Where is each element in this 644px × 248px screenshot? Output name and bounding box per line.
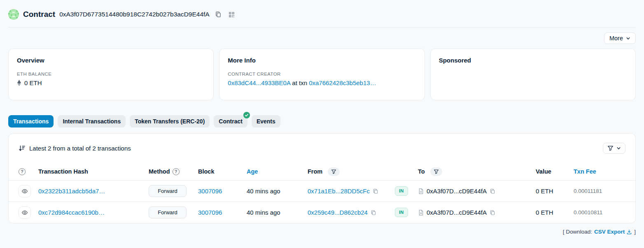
page: Contract 0xA3f07D6773514480b918C2742b027… <box>0 0 644 235</box>
more-dropdown-button[interactable]: More <box>604 32 636 44</box>
csv-export-link[interactable]: CSV Export <box>594 229 632 235</box>
tab-contract[interactable]: Contract <box>214 115 247 127</box>
row-preview-cell <box>19 206 38 219</box>
tab-events[interactable]: Events <box>252 115 280 127</box>
page-title: Contract <box>23 10 55 19</box>
tx-hash-link[interactable]: 0xc72d984ccac6190b… <box>38 209 105 216</box>
eth-balance-row: 0 ETH <box>17 79 205 86</box>
header-from-label: From <box>308 168 322 175</box>
copy-icon <box>490 188 495 194</box>
sort-descending-icon <box>19 145 26 152</box>
copy-from-button[interactable] <box>372 188 379 195</box>
funnel-icon <box>434 169 439 174</box>
header-to: To <box>418 167 536 176</box>
funnel-icon <box>331 169 336 174</box>
contract-identicon <box>8 9 19 20</box>
csv-export-label: CSV Export <box>594 229 625 235</box>
tab-contract-label: Contract <box>219 118 243 125</box>
header-help: ? <box>19 168 38 175</box>
table-summary: Latest 2 from a total of 2 transactions <box>19 145 131 152</box>
chevron-down-icon <box>626 36 630 41</box>
contract-address: 0xA3f07D6773514480b918C2742b027b3acD9E44… <box>59 11 210 18</box>
block-link[interactable]: 3007096 <box>198 209 222 216</box>
copy-icon <box>215 11 222 18</box>
block-link[interactable]: 3007096 <box>198 188 222 195</box>
table-summary-text: Latest 2 from a total of 2 transactions <box>29 145 131 152</box>
overview-card: Overview ETH BALANCE 0 ETH <box>8 49 214 100</box>
verified-check-icon <box>243 112 250 118</box>
header-method: Method ? <box>149 168 198 175</box>
ethereum-icon <box>17 79 21 86</box>
summary-cards: Overview ETH BALANCE 0 ETH More Info CON… <box>8 49 636 100</box>
actions-row: More <box>8 28 636 49</box>
tab-internal-transactions[interactable]: Internal Transactions <box>58 115 126 127</box>
contract-creator-label: CONTRACT CREATOR <box>228 72 416 76</box>
to-address-text: 0xA3f07D...cD9E44fA <box>427 209 487 216</box>
contract-file-icon <box>418 188 424 195</box>
tab-token-transfers[interactable]: Token Transfers (ERC-20) <box>130 115 210 127</box>
more-info-card: More Info CONTRACT CREATOR 0x83dC44...49… <box>219 49 425 100</box>
header-method-label: Method <box>149 168 170 175</box>
at-txn-text: at txn <box>292 79 307 86</box>
qr-code-button[interactable] <box>227 10 236 19</box>
from-address-link[interactable]: 0x71a1Eb...28DD5cFc <box>308 188 370 195</box>
eye-icon <box>21 209 28 216</box>
header-from: From <box>308 167 395 176</box>
age-text: 40 mins ago <box>247 209 308 216</box>
copy-icon <box>371 210 376 216</box>
table-row: 0xc72d984ccac6190b… Forward 3007096 40 m… <box>9 202 635 223</box>
page-header: Contract 0xA3f07D6773514480b918C2742b027… <box>8 0 636 27</box>
contract-file-icon <box>418 209 424 216</box>
copy-from-button[interactable] <box>370 209 377 216</box>
header-transaction-hash: Transaction Hash <box>38 168 149 175</box>
method-badge[interactable]: Forward <box>149 206 187 218</box>
tab-transactions[interactable]: Transactions <box>8 115 54 127</box>
creation-txn-link[interactable]: 0xa7662428c3b5eb13… <box>309 79 376 86</box>
more-button-label: More <box>609 35 623 42</box>
transactions-panel: Latest 2 from a total of 2 transactions … <box>8 133 636 223</box>
identicon-image <box>8 9 19 20</box>
table-header-row: ? Transaction Hash Method ? Block Age Fr… <box>9 163 635 180</box>
header-txn-fee[interactable]: Txn Fee <box>574 168 625 175</box>
header-block: Block <box>198 168 247 175</box>
download-prefix-text: [ Download: <box>563 229 592 235</box>
table-filter-button[interactable] <box>603 143 625 154</box>
eth-balance-label: ETH BALANCE <box>17 72 205 76</box>
download-icon <box>626 229 632 235</box>
creator-address-link[interactable]: 0x83dC44...4933BE0A <box>228 79 290 86</box>
from-address-link[interactable]: 0x259c49...D862cb24 <box>308 209 368 216</box>
row-preview-cell <box>19 185 38 197</box>
chevron-down-icon <box>616 146 621 151</box>
copy-to-button[interactable] <box>489 209 496 216</box>
funnel-icon <box>607 145 614 151</box>
to-address-text: 0xA3f07D...cD9E44fA <box>427 188 487 195</box>
sponsored-card: Sponsored <box>430 49 636 100</box>
download-suffix-text: ] <box>634 229 636 235</box>
header-age-toggle[interactable]: Age <box>247 168 308 175</box>
copy-to-button[interactable] <box>489 188 496 195</box>
copy-icon <box>490 210 495 216</box>
question-circle-icon: ? <box>19 168 26 175</box>
value-text: 0 ETH <box>536 209 574 216</box>
more-info-title: More Info <box>228 57 416 64</box>
tx-hash-link[interactable]: 0x2322b311adcb5da7… <box>38 188 105 195</box>
overview-title: Overview <box>17 57 205 64</box>
contract-creator-row: 0x83dC44...4933BE0A at txn 0xa7662428c3b… <box>228 79 416 86</box>
txn-fee-text: 0.00010811 <box>574 209 625 216</box>
qr-code-icon <box>228 11 235 18</box>
table-row: 0x2322b311adcb5da7… Forward 3007096 40 m… <box>9 180 635 202</box>
method-badge[interactable]: Forward <box>149 185 187 197</box>
direction-badge: IN <box>395 208 408 217</box>
txn-fee-text: 0.00011181 <box>574 188 625 194</box>
direction-badge: IN <box>395 186 408 196</box>
tx-preview-button[interactable] <box>19 185 31 197</box>
header-value: Value <box>536 168 574 175</box>
copy-icon <box>373 188 378 194</box>
to-filter-button[interactable] <box>430 167 442 176</box>
tx-preview-button[interactable] <box>19 206 31 219</box>
copy-address-button[interactable] <box>214 10 223 19</box>
section-tabs: Transactions Internal Transactions Token… <box>8 115 636 127</box>
table-footer: [ Download: CSV Export ] <box>8 223 636 235</box>
value-text: 0 ETH <box>536 188 574 195</box>
from-filter-button[interactable] <box>328 167 340 176</box>
